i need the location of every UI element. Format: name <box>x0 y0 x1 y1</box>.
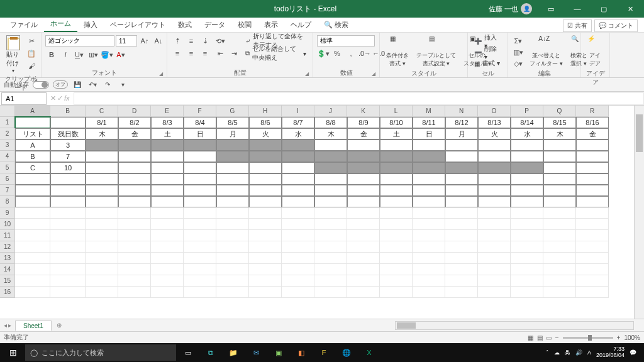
row-header[interactable]: 9 <box>0 207 15 219</box>
cell[interactable] <box>314 230 347 241</box>
cell[interactable] <box>15 241 50 253</box>
cell[interactable] <box>15 173 50 185</box>
align-left-icon[interactable]: ≡ <box>171 48 184 59</box>
cell[interactable]: 7 <box>50 151 86 162</box>
cell[interactable] <box>511 241 543 253</box>
cell[interactable] <box>347 253 380 264</box>
cell[interactable] <box>86 219 118 230</box>
decrease-indent-icon[interactable]: ⇤ <box>214 48 226 59</box>
cell[interactable] <box>413 253 445 264</box>
row-header[interactable]: 13 <box>0 253 15 264</box>
cell[interactable] <box>151 264 184 275</box>
cell[interactable] <box>413 241 445 253</box>
cell[interactable] <box>282 264 314 275</box>
cell[interactable] <box>86 253 118 264</box>
cell[interactable] <box>184 196 216 207</box>
ribbon-display-icon[interactable]: ▭ <box>540 0 562 18</box>
cell[interactable] <box>151 151 184 162</box>
cell[interactable] <box>15 264 50 275</box>
cell[interactable] <box>118 162 151 173</box>
cell[interactable] <box>347 275 380 287</box>
format-cells-button[interactable]: ▦ 書式 ▾ <box>472 58 502 69</box>
cell[interactable]: 金 <box>576 128 609 140</box>
cell[interactable] <box>50 117 86 128</box>
cell[interactable] <box>282 162 314 173</box>
cell[interactable] <box>543 162 576 173</box>
cell[interactable] <box>216 173 249 185</box>
cell[interactable]: 日 <box>413 128 445 140</box>
column-header[interactable]: P <box>511 106 543 117</box>
accounting-format-icon[interactable]: 💲▾ <box>317 48 330 59</box>
cell[interactable] <box>50 207 86 219</box>
cell[interactable] <box>282 287 314 298</box>
sort-filter-button[interactable]: A↓Z並べ替えと フィルター ▾ <box>527 34 565 69</box>
column-header[interactable]: J <box>314 106 347 117</box>
cell[interactable] <box>184 253 216 264</box>
cell[interactable] <box>249 185 282 196</box>
cell[interactable] <box>118 151 151 162</box>
cell[interactable] <box>478 275 511 287</box>
cell[interactable] <box>543 241 576 253</box>
cell[interactable] <box>445 140 478 151</box>
cell[interactable] <box>249 287 282 298</box>
cell[interactable] <box>216 264 249 275</box>
formula-input[interactable] <box>74 92 644 105</box>
cell[interactable] <box>445 162 478 173</box>
cell[interactable] <box>216 275 249 287</box>
cell[interactable] <box>249 162 282 173</box>
cell[interactable]: 10 <box>50 162 86 173</box>
column-header[interactable]: B <box>50 106 86 117</box>
cell[interactable] <box>216 287 249 298</box>
cell[interactable] <box>314 207 347 219</box>
underline-button[interactable]: U▾ <box>73 49 86 60</box>
cell[interactable] <box>15 185 50 196</box>
cell[interactable] <box>184 230 216 241</box>
cell[interactable] <box>184 140 216 151</box>
enter-formula-icon[interactable]: ✓ <box>57 94 63 102</box>
sheet-nav-prev-icon[interactable]: ◂ <box>4 322 7 329</box>
cell[interactable] <box>50 219 86 230</box>
column-header[interactable]: H <box>249 106 282 117</box>
cell[interactable] <box>380 173 413 185</box>
cell[interactable] <box>413 151 445 162</box>
cell[interactable] <box>413 275 445 287</box>
column-header[interactable]: K <box>347 106 380 117</box>
cell[interactable] <box>50 275 86 287</box>
taskbar-search[interactable]: ◯ ここに入力して検索 <box>25 344 176 361</box>
cell[interactable] <box>314 241 347 253</box>
cell[interactable] <box>511 162 543 173</box>
cell[interactable]: 8/3 <box>151 117 184 128</box>
align-right-icon[interactable]: ≡ <box>199 48 211 59</box>
redo-icon[interactable]: ↷ <box>102 79 113 90</box>
cell[interactable] <box>413 264 445 275</box>
cell[interactable] <box>576 287 609 298</box>
cell[interactable] <box>249 230 282 241</box>
qat-customize-icon[interactable]: ▾ <box>117 79 128 90</box>
row-header[interactable]: 14 <box>0 264 15 275</box>
excel-taskbar-icon[interactable]: X <box>358 343 380 362</box>
cell[interactable] <box>216 162 249 173</box>
cell[interactable] <box>151 196 184 207</box>
delete-cells-button[interactable]: ➖ 削除 ▾ <box>472 47 504 58</box>
horizontal-scrollbar[interactable] <box>395 321 634 330</box>
comment-button[interactable]: 💬 コメント <box>594 19 638 32</box>
cell[interactable] <box>118 253 151 264</box>
cell[interactable] <box>50 173 86 185</box>
cell[interactable] <box>445 275 478 287</box>
cell[interactable] <box>249 241 282 253</box>
cell[interactable] <box>86 287 118 298</box>
cell[interactable] <box>445 185 478 196</box>
cell[interactable] <box>314 162 347 173</box>
cell[interactable] <box>216 196 249 207</box>
fx-icon[interactable]: fx <box>64 94 70 102</box>
save-icon[interactable]: 💾 <box>72 79 83 90</box>
row-header[interactable]: 4 <box>0 151 15 162</box>
cell[interactable] <box>50 241 86 253</box>
tray-chevron-icon[interactable]: ˄ <box>546 349 549 356</box>
cell[interactable] <box>511 264 543 275</box>
cell[interactable] <box>380 264 413 275</box>
cell[interactable] <box>380 241 413 253</box>
cell[interactable] <box>314 140 347 151</box>
cell[interactable]: 8/8 <box>314 117 347 128</box>
cell[interactable] <box>445 151 478 162</box>
